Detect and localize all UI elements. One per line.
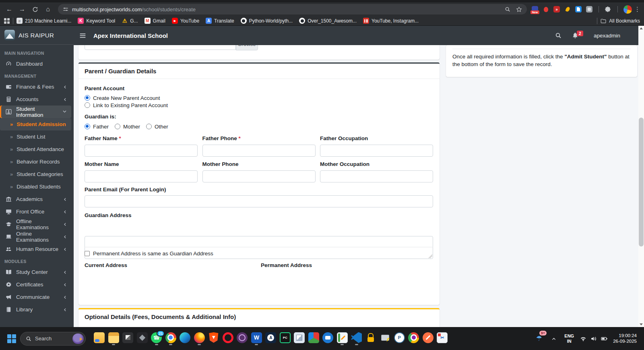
bookmark-item-youtube[interactable]: YouTube — [172, 18, 199, 24]
radio-control[interactable] — [115, 124, 120, 129]
taskbar-icon-snipping-tool[interactable] — [435, 327, 450, 350]
search-icon[interactable] — [505, 6, 510, 12]
taskbar-icon-edge[interactable] — [178, 327, 192, 350]
sidebar-item-online-examinations[interactable]: Online Examinations — [0, 230, 71, 243]
radio-create-new-parent-account[interactable]: Create New Parent Account — [85, 94, 168, 101]
sidebar-item-dashboard[interactable]: Dashboard — [0, 58, 71, 70]
taskbar-icon-unity-hub[interactable] — [135, 327, 150, 350]
brand[interactable]: AIS RAIPUR — [0, 26, 74, 45]
taskbar-icon-virtualbox[interactable] — [292, 327, 307, 350]
radio-control[interactable] — [146, 124, 152, 129]
scrollbar-thumb[interactable] — [639, 118, 644, 246]
comma-extension-icon[interactable] — [564, 6, 571, 12]
forward-icon[interactable]: → — [17, 4, 27, 14]
red-dot-extension-icon[interactable] — [543, 6, 549, 12]
sidebar-item-certificates[interactable]: Certificates — [0, 278, 71, 291]
sidebar-item-finance-fees[interactable]: Finance & Fees — [0, 81, 71, 93]
sidebar-item-front-office[interactable]: Front Office — [0, 205, 71, 218]
home-icon[interactable]: ⌂ — [43, 4, 53, 14]
scroll-down-arrow[interactable] — [638, 322, 644, 327]
extensions-puzzle-icon[interactable] — [605, 6, 611, 13]
red-forward-extension-icon[interactable] — [553, 6, 560, 12]
taskbar-icon-opera[interactable] — [221, 327, 235, 350]
bookmark-item-keyword-tool[interactable]: Keyword Tool — [78, 18, 115, 24]
battery-icon[interactable] — [601, 336, 608, 342]
bookmark-item-youtube-instagram[interactable]: YouTube, Instagram... — [363, 18, 419, 24]
bookmark-star-icon[interactable] — [516, 6, 522, 12]
taskbar-icon-firefox[interactable] — [192, 327, 207, 350]
search-highlight-image[interactable] — [72, 333, 84, 344]
reload-icon[interactable] — [30, 4, 40, 14]
mother-name-input[interactable] — [85, 170, 198, 182]
browser-menu-icon[interactable]: ⋮ — [634, 6, 640, 13]
url-bar[interactable]: multischool.projectworlds.com /school/st… — [58, 4, 527, 14]
taskbar-icon-notepad-plus[interactable] — [335, 327, 350, 350]
taskbar-icon-remote-transfer[interactable] — [378, 327, 392, 350]
sidebar-subitem-student-list[interactable]: »Student List — [0, 130, 71, 143]
sidebar-item-communicate[interactable]: Communicate — [0, 291, 71, 303]
gray-extension-icon[interactable] — [586, 6, 592, 12]
taskbar-icon-vscode[interactable] — [349, 327, 364, 350]
vertical-scrollbar[interactable] — [638, 26, 644, 327]
radio-guardian-father[interactable]: Father — [85, 123, 109, 130]
father-occupation-input[interactable] — [320, 145, 433, 157]
user-menu[interactable]: apexadmin — [594, 33, 620, 39]
new-badge-extension-icon[interactable] — [532, 6, 538, 12]
sidebar-subitem-student-attendance[interactable]: »Student Attendance — [0, 143, 71, 155]
father-name-input[interactable] — [85, 145, 198, 157]
sidebar-subitem-student-admission[interactable]: »Student Admission — [0, 118, 71, 130]
mother-phone-input[interactable] — [202, 170, 316, 182]
taskbar-icon-user-folder[interactable] — [92, 327, 107, 350]
file-upload-input[interactable] — [85, 45, 236, 50]
sidebar-item-student-information[interactable]: Student Information — [0, 106, 71, 118]
bookmark-item-gmail[interactable]: Gmail — [144, 18, 165, 24]
taskbar-icon-anydesk[interactable] — [321, 327, 335, 350]
site-settings-icon[interactable] — [63, 6, 68, 12]
taskbar-icon-brave[interactable] — [206, 327, 221, 350]
sidebar-subitem-disabled-students[interactable]: »Disabled Students — [0, 180, 71, 193]
taskbar-icon-activepresenter[interactable]: A — [264, 327, 278, 350]
bookmark-item-g[interactable]: G... — [122, 18, 138, 24]
taskbar-icon-whatsapp[interactable]: 21 — [149, 327, 164, 350]
apps-grid-icon[interactable] — [4, 18, 10, 24]
radio-guardian-other[interactable]: Other — [146, 123, 168, 130]
bookmark-item-210-machine-learni[interactable]: 210 Machine Learni... — [17, 18, 71, 24]
same-address-checkbox-row[interactable]: Permanent Address is same as Guardian Ad… — [85, 251, 213, 257]
sidebar-item-academics[interactable]: Academics — [0, 193, 71, 205]
hidden-icons-chevron[interactable] — [551, 336, 556, 341]
sidebar-item-human-resource[interactable]: Human Resource — [0, 243, 71, 255]
father-phone-input[interactable] — [202, 145, 316, 157]
taskbar-icon-postgresql[interactable] — [392, 327, 407, 350]
taskbar-icon-inkscape[interactable] — [421, 327, 436, 350]
taskbar-icon-file-explorer[interactable] — [107, 327, 121, 350]
sidebar-subitem-student-categories[interactable]: »Student Categories — [0, 168, 71, 180]
taskbar-icon-pycharm[interactable]: PC — [278, 327, 293, 350]
taskbar-icon-tor-browser[interactable] — [235, 327, 250, 350]
browse-button[interactable]: Browse — [236, 45, 258, 50]
sidebar-item-study-center[interactable]: Study Center — [0, 266, 71, 278]
sidebar-subitem-behavior-records[interactable]: »Behavior Records — [0, 155, 71, 168]
same-address-checkbox[interactable] — [85, 251, 90, 256]
umbrella-tray-icon[interactable]: ☂9+ — [533, 334, 545, 343]
navbar-search-icon[interactable] — [555, 32, 561, 39]
mother-occupation-input[interactable] — [320, 170, 433, 182]
start-button[interactable] — [5, 332, 19, 346]
taskbar-icon-paint3d[interactable] — [307, 327, 321, 350]
profile-avatar[interactable] — [623, 5, 632, 14]
bookmark-item-python-world-pyth[interactable]: Python-World/pyth... — [241, 18, 293, 24]
taskbar-icon-winscp[interactable] — [364, 327, 378, 350]
notifications-bell-icon[interactable]: 2 — [572, 32, 578, 39]
taskbar-search[interactable]: Search — [20, 332, 86, 346]
sidebar-item-offline-examinations[interactable]: Offline Examinations — [0, 218, 71, 230]
blue-doc-extension-icon[interactable] — [575, 6, 582, 12]
all-bookmarks-button[interactable]: All Bookmarks — [601, 18, 640, 24]
back-icon[interactable]: ← — [4, 4, 14, 14]
bookmark-item-translate[interactable]: Translate — [206, 18, 234, 24]
radio-link-existing-parent-account[interactable]: Link to Existing Parent Account — [85, 101, 168, 109]
hamburger-menu-icon[interactable] — [79, 32, 86, 39]
scroll-up-arrow[interactable] — [638, 26, 644, 31]
taskbar-icon-chrome-dev[interactable] — [407, 327, 421, 350]
radio-control[interactable] — [85, 124, 90, 129]
parent-email-input[interactable] — [85, 195, 433, 207]
wifi-icon[interactable] — [580, 336, 586, 342]
